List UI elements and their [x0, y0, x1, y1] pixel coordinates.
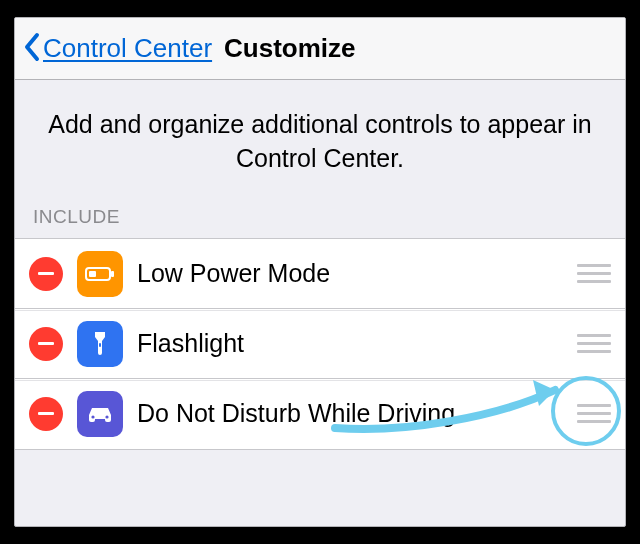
settings-pane: Control Center Customize Add and organiz… [14, 17, 626, 527]
list-item: Do Not Disturb While Driving [15, 379, 625, 449]
chevron-left-icon [23, 32, 41, 66]
page-title: Customize [224, 33, 355, 64]
drag-handle-icon[interactable] [577, 404, 611, 423]
drag-handle-icon[interactable] [577, 334, 611, 353]
svg-rect-3 [99, 343, 101, 347]
list-item-label: Flashlight [137, 329, 563, 358]
include-list: Low Power Mode Flashlight [15, 238, 625, 450]
svg-point-4 [91, 415, 94, 418]
minus-icon [38, 342, 54, 345]
list-item: Low Power Mode [15, 239, 625, 309]
list-item-label: Low Power Mode [137, 259, 563, 288]
navbar: Control Center Customize [15, 18, 625, 80]
battery-low-icon [77, 251, 123, 297]
remove-button[interactable] [29, 397, 63, 431]
list-item: Flashlight [15, 309, 625, 379]
back-label: Control Center [43, 33, 212, 64]
remove-button[interactable] [29, 257, 63, 291]
minus-icon [38, 272, 54, 275]
remove-button[interactable] [29, 327, 63, 361]
minus-icon [38, 412, 54, 415]
svg-rect-1 [111, 271, 114, 277]
car-icon [77, 391, 123, 437]
flashlight-icon [77, 321, 123, 367]
list-item-label: Do Not Disturb While Driving [137, 399, 563, 428]
svg-rect-2 [89, 271, 96, 277]
description-block: Add and organize additional controls to … [15, 80, 625, 206]
back-button[interactable]: Control Center [23, 32, 212, 66]
drag-handle-icon[interactable] [577, 264, 611, 283]
description-text: Add and organize additional controls to … [45, 108, 595, 176]
section-header-include: INCLUDE [15, 206, 625, 238]
svg-point-5 [105, 415, 108, 418]
